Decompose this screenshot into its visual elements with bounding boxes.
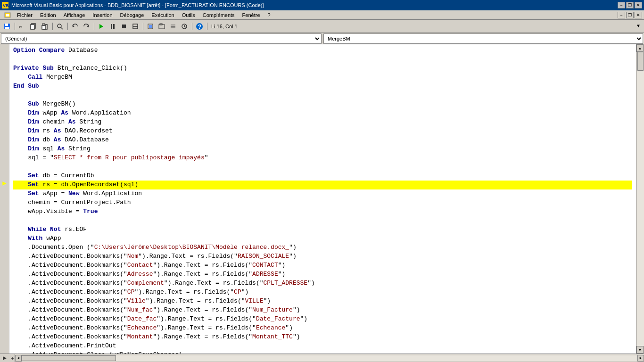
scroll-left-button[interactable]: ◄ xyxy=(15,355,22,362)
gutter-line xyxy=(0,223,9,232)
gutter-line xyxy=(0,197,9,206)
svg-marker-35 xyxy=(3,356,7,360)
sub-close-button[interactable]: ✕ xyxy=(635,12,642,18)
code-line: .ActiveDocument.Bookmarks("CP").Range.Te… xyxy=(13,288,632,297)
menu-bar: Fichier Edition Affichage Insertion Débo… xyxy=(0,10,644,20)
redo-button[interactable] xyxy=(81,21,91,32)
menu-item-edition[interactable]: Edition xyxy=(36,10,60,19)
menu-item-fichier-label[interactable]: Fichier xyxy=(16,10,36,19)
scroll-down-button[interactable]: ▼ xyxy=(636,346,644,354)
code-line: Set db = CurrentDb xyxy=(13,172,632,181)
code-line: .ActiveDocument.Bookmarks("Date_fac").Ra… xyxy=(13,315,632,324)
help-button[interactable]: ? xyxy=(194,21,205,32)
menu-item-fichier[interactable] xyxy=(0,10,16,19)
sep1 xyxy=(13,21,16,32)
sep7 xyxy=(206,21,208,32)
gutter-line xyxy=(0,98,9,107)
svg-marker-17 xyxy=(99,24,103,29)
code-content: Option Compare DatabasePrivate Sub Btn_r… xyxy=(9,44,636,354)
minimize-button[interactable]: − xyxy=(618,2,625,8)
svg-rect-3 xyxy=(6,14,9,16)
gutter-line xyxy=(0,232,9,241)
svg-rect-18 xyxy=(111,24,112,29)
code-line xyxy=(13,163,632,172)
close-button[interactable]: ✕ xyxy=(635,2,642,8)
svg-rect-5 xyxy=(5,24,8,26)
code-line: Set rs = db.OpenRecordset(sql) xyxy=(13,181,632,189)
stop-button[interactable] xyxy=(119,21,129,32)
cursor-position: Li 16, Col 1 xyxy=(211,24,238,29)
vertical-scrollbar[interactable]: ▲ ▼ xyxy=(636,44,644,354)
svg-rect-11 xyxy=(42,24,45,25)
gutter-line xyxy=(0,322,9,331)
gutter-line xyxy=(0,170,9,179)
code-line: chemin = CurrentProject.Path xyxy=(13,198,632,207)
reset-button[interactable] xyxy=(130,21,140,32)
status-icon[interactable] xyxy=(0,354,9,362)
code-line: .ActiveDocument.Bookmarks("Ville").Range… xyxy=(13,297,632,306)
scroll-thumb[interactable] xyxy=(637,52,644,71)
cut-button[interactable]: ✂ xyxy=(17,21,27,32)
menu-item-insertion[interactable]: Insertion xyxy=(89,10,116,19)
gutter-line xyxy=(0,277,9,286)
svg-rect-19 xyxy=(113,24,115,29)
find-button[interactable] xyxy=(55,21,65,32)
status-icon2[interactable] xyxy=(9,354,15,362)
watch-button[interactable] xyxy=(179,21,190,32)
sep2 xyxy=(51,21,54,32)
h-scroll-thumb[interactable] xyxy=(22,355,116,361)
sub-restore-button[interactable]: ❐ xyxy=(626,12,634,18)
gutter-line xyxy=(0,259,9,268)
code-line: Private Sub Btn_relance_Click() xyxy=(13,64,632,73)
paste-button[interactable] xyxy=(40,21,50,32)
menu-item-affichage[interactable]: Affichage xyxy=(60,10,89,19)
gutter-line xyxy=(0,313,9,322)
project-button[interactable] xyxy=(157,21,167,32)
sep3 xyxy=(66,21,69,32)
gutter-line xyxy=(0,161,9,170)
menu-item-complements[interactable]: Compléments xyxy=(199,10,239,19)
code-line: Dim wApp As Word.Application xyxy=(13,109,632,118)
svg-text:✂: ✂ xyxy=(19,24,22,30)
properties-button[interactable] xyxy=(168,21,178,32)
gutter-line xyxy=(0,71,9,80)
code-line: End Sub xyxy=(13,82,632,91)
run-button[interactable] xyxy=(96,21,107,32)
menu-item-execution[interactable]: Exécution xyxy=(148,10,178,19)
horizontal-scrollbar[interactable]: ◄ ► xyxy=(15,354,644,362)
copy-button[interactable] xyxy=(28,21,39,32)
toolbar-expand-button[interactable]: ▼ xyxy=(635,21,642,32)
gutter-line xyxy=(0,241,9,250)
scroll-right-button[interactable]: ► xyxy=(637,355,644,362)
menu-item-debogage[interactable]: Débogage xyxy=(116,10,148,19)
gutter-line xyxy=(0,107,9,116)
procedure-dropdown[interactable]: MergeBM xyxy=(323,33,643,44)
sub-minimize-button[interactable]: − xyxy=(618,12,625,18)
gutter-line xyxy=(0,286,9,295)
h-scroll-track[interactable] xyxy=(22,355,637,361)
menu-item-fenetre[interactable]: Fenêtre xyxy=(239,10,264,19)
gutter-line xyxy=(0,152,9,161)
scroll-up-button[interactable]: ▲ xyxy=(636,44,644,52)
sep4 xyxy=(92,21,95,32)
gutter-line xyxy=(0,53,9,62)
code-area: ▶ Option Compare DatabasePrivate Sub Btn… xyxy=(0,44,644,354)
title-bar: VB Microsoft Visual Basic pour Applicati… xyxy=(0,0,644,10)
code-line: While Not rs.EOF xyxy=(13,225,632,234)
menu-item-help[interactable]: ? xyxy=(264,10,274,19)
code-line: .ActiveDocument.Close (wdDoNotSaveChange… xyxy=(13,351,632,354)
scroll-track[interactable] xyxy=(636,52,644,346)
restore-button[interactable]: ❐ xyxy=(626,2,634,8)
code-line: .ActiveDocument.Bookmarks("Montant").Ran… xyxy=(13,333,632,342)
gutter-line xyxy=(0,331,9,340)
save-button[interactable] xyxy=(2,21,12,32)
code-line: .ActiveDocument.Bookmarks("Nom").Range.T… xyxy=(13,252,632,261)
menu-item-outils[interactable]: Outils xyxy=(178,10,199,19)
undo-button[interactable] xyxy=(70,21,80,32)
svg-rect-6 xyxy=(5,27,9,29)
pause-button[interactable] xyxy=(107,21,118,32)
design-button[interactable] xyxy=(145,21,156,32)
gutter-line xyxy=(0,295,9,304)
code-editor[interactable]: Option Compare DatabasePrivate Sub Btn_r… xyxy=(9,44,636,354)
scope-dropdown[interactable]: (Général) xyxy=(1,33,322,44)
